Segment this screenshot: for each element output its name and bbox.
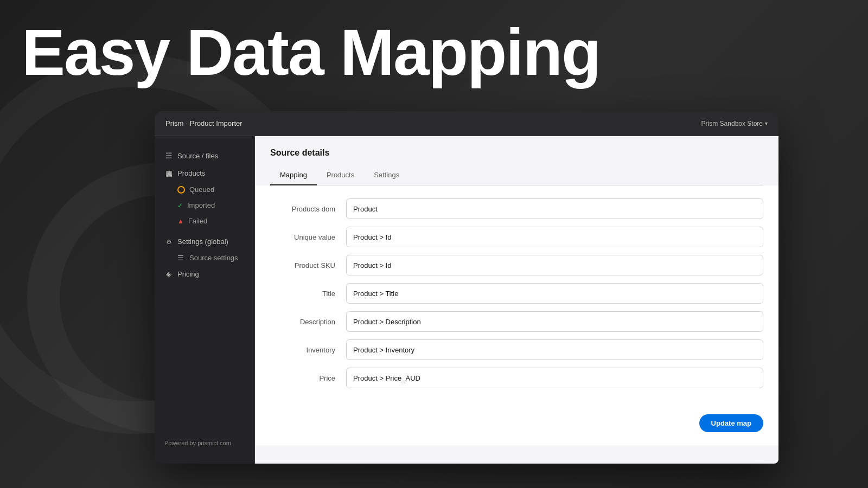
sidebar-item-pricing-label: Pricing bbox=[177, 270, 199, 278]
app-body: ☰ Source / files ▦ Products Queued ✓ Imp… bbox=[155, 136, 778, 464]
sidebar-subitem-imported-label: Imported bbox=[187, 201, 215, 209]
label-inventory: Inventory bbox=[270, 346, 346, 354]
powered-by-text: Powered by bbox=[164, 440, 197, 446]
store-selector[interactable]: Prism Sandbox Store ▾ bbox=[701, 120, 768, 127]
sidebar-item-source-settings[interactable]: ☰ Source settings bbox=[155, 250, 254, 266]
form-actions: Update map bbox=[255, 409, 778, 445]
tab-mapping[interactable]: Mapping bbox=[270, 166, 317, 185]
sidebar-item-settings-label: Settings (global) bbox=[177, 237, 228, 246]
title-bar-left: Prism - Product Importer bbox=[165, 119, 242, 127]
sidebar-subitem-failed-label: Failed bbox=[188, 217, 207, 225]
form-row-description: Description bbox=[270, 311, 763, 332]
form-area: Products dom Unique value Product SKU Ti… bbox=[255, 185, 778, 409]
label-price: Price bbox=[270, 374, 346, 382]
input-product-sku[interactable] bbox=[346, 255, 763, 275]
form-row-product-sku: Product SKU bbox=[270, 255, 763, 275]
input-description[interactable] bbox=[346, 311, 763, 332]
database-icon: ☰ bbox=[164, 151, 173, 160]
form-row-inventory: Inventory bbox=[270, 339, 763, 360]
content-title: Source details bbox=[270, 148, 763, 158]
sidebar-item-source-settings-label: Source settings bbox=[189, 254, 238, 262]
settings-icon: ⚙ bbox=[164, 238, 173, 246]
grid-icon: ▦ bbox=[164, 169, 173, 177]
queued-status-icon bbox=[177, 186, 185, 194]
input-products-dom[interactable] bbox=[346, 198, 763, 219]
label-description: Description bbox=[270, 318, 346, 326]
input-title[interactable] bbox=[346, 283, 763, 304]
content-header: Source details Mapping Products Settings bbox=[255, 136, 778, 185]
form-row-price: Price bbox=[270, 368, 763, 388]
headline: Easy Data Mapping bbox=[22, 16, 600, 88]
tab-products[interactable]: Products bbox=[317, 166, 364, 185]
sidebar-subitem-imported[interactable]: ✓ Imported bbox=[155, 197, 254, 213]
sidebar-item-products[interactable]: ▦ Products bbox=[155, 164, 254, 182]
tag-icon: ◈ bbox=[164, 270, 173, 278]
sidebar-item-settings-global[interactable]: ⚙ Settings (global) bbox=[155, 233, 254, 250]
input-unique-value[interactable] bbox=[346, 227, 763, 247]
sidebar-subitem-failed[interactable]: ▲ Failed bbox=[155, 213, 254, 229]
sidebar-item-products-label: Products bbox=[177, 169, 205, 177]
label-title: Title bbox=[270, 290, 346, 298]
store-name: Prism Sandbox Store bbox=[701, 120, 763, 127]
sidebar-item-source-files-label: Source / files bbox=[177, 152, 218, 160]
main-content: Source details Mapping Products Settings… bbox=[255, 136, 778, 464]
sidebar-subitem-queued-label: Queued bbox=[189, 185, 214, 194]
label-unique-value: Unique value bbox=[270, 233, 346, 241]
tabs: Mapping Products Settings bbox=[270, 166, 763, 185]
app-title: Prism - Product Importer bbox=[165, 119, 242, 127]
powered-by-link[interactable]: prismict.com bbox=[197, 440, 231, 446]
title-bar: Prism - Product Importer Prism Sandbox S… bbox=[155, 111, 778, 136]
label-products-dom: Products dom bbox=[270, 205, 346, 213]
sidebar-subitem-queued[interactable]: Queued bbox=[155, 182, 254, 197]
sidebar: ☰ Source / files ▦ Products Queued ✓ Imp… bbox=[155, 136, 255, 464]
update-map-button[interactable]: Update map bbox=[699, 414, 763, 432]
chevron-down-icon: ▾ bbox=[765, 120, 768, 126]
sidebar-item-source-files[interactable]: ☰ Source / files bbox=[155, 147, 254, 164]
lines-icon: ☰ bbox=[177, 254, 184, 262]
failed-status-icon: ▲ bbox=[177, 217, 184, 225]
form-panel: Products dom Unique value Product SKU Ti… bbox=[255, 185, 778, 445]
imported-status-icon: ✓ bbox=[177, 202, 183, 209]
form-row-products-dom: Products dom bbox=[270, 198, 763, 219]
sidebar-item-pricing[interactable]: ◈ Pricing bbox=[155, 266, 254, 282]
form-row-unique-value: Unique value bbox=[270, 227, 763, 247]
app-window: Prism - Product Importer Prism Sandbox S… bbox=[155, 111, 778, 464]
input-inventory[interactable] bbox=[346, 339, 763, 360]
form-row-title: Title bbox=[270, 283, 763, 304]
tab-settings[interactable]: Settings bbox=[364, 166, 409, 185]
label-product-sku: Product SKU bbox=[270, 261, 346, 269]
input-price[interactable] bbox=[346, 368, 763, 388]
sidebar-footer: Powered by prismict.com bbox=[155, 433, 254, 453]
